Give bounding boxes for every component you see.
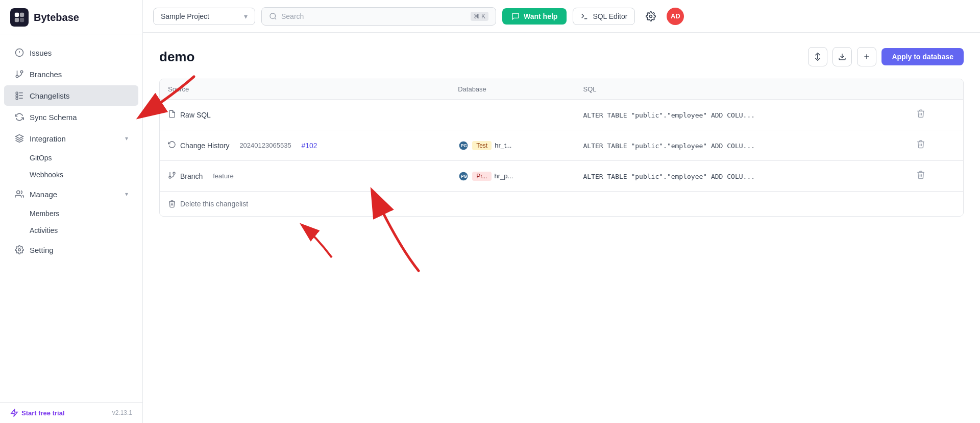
- download-icon: [838, 53, 846, 61]
- env-badge: Pr...: [472, 172, 491, 181]
- sql-cell: ALTER TABLE "public"."employee" ADD COLU…: [575, 161, 904, 192]
- table: Source Database SQL: [160, 79, 963, 191]
- source-cell: Branch feature: [160, 161, 450, 192]
- sql-cell: ALTER TABLE "public"."employee" ADD COLU…: [575, 100, 904, 130]
- project-selector[interactable]: Sample Project ▾: [153, 8, 255, 25]
- sidebar-item-changelists-label: Changelists: [30, 91, 69, 100]
- sidebar-item-branches[interactable]: Branches: [4, 64, 138, 84]
- sidebar-item-integration[interactable]: Integration ▾: [4, 128, 138, 149]
- sidebar-item-activities-label: Activities: [30, 226, 58, 234]
- sidebar-item-integration-label: Integration: [30, 134, 66, 143]
- help-icon: [511, 12, 520, 20]
- table-row: Change History 20240123065535 #102 PG Te…: [160, 130, 963, 161]
- sort-button[interactable]: [808, 47, 827, 66]
- source-link[interactable]: #102: [302, 142, 317, 150]
- delete-row-button[interactable]: [912, 137, 929, 153]
- start-trial-button[interactable]: Start free trial: [10, 409, 65, 417]
- postgres-icon: PG: [458, 171, 469, 182]
- search-placeholder: Search: [281, 12, 467, 20]
- source-label: Branch: [180, 172, 203, 180]
- sidebar-item-activities[interactable]: Activities: [4, 222, 138, 239]
- setting-icon: [14, 245, 24, 255]
- col-sql: SQL: [575, 79, 904, 100]
- svg-text:PG: PG: [461, 143, 467, 148]
- svg-point-16: [17, 191, 20, 194]
- main-content: Sample Project ▾ Search ⌘ K Want help SQ…: [143, 0, 980, 423]
- delete-changelist-label: Delete this changelist: [180, 200, 248, 208]
- sidebar-item-issues-label: Issues: [30, 49, 52, 57]
- svg-rect-1: [20, 13, 24, 17]
- sidebar-item-members[interactable]: Members: [4, 205, 138, 222]
- changelists-icon: [14, 90, 24, 101]
- sidebar-item-manage[interactable]: Manage ▾: [4, 184, 138, 204]
- database-cell: PG Test hr_t...: [450, 130, 575, 161]
- download-button[interactable]: [832, 47, 852, 66]
- integration-icon: [14, 133, 24, 144]
- database-cell: [450, 100, 575, 130]
- svg-point-17: [18, 249, 21, 251]
- col-source: Source: [160, 79, 450, 100]
- source-label: Change History: [180, 142, 230, 150]
- trash-icon: [916, 139, 925, 149]
- sql-text: ALTER TABLE "public"."employee" ADD COLU…: [583, 142, 755, 150]
- sidebar-item-sync-schema[interactable]: Sync Schema: [4, 107, 138, 127]
- sidebar-item-members-label: Members: [30, 209, 59, 218]
- sidebar-item-gitops-label: GitOps: [30, 154, 52, 162]
- table-header-row: Source Database SQL: [160, 79, 963, 100]
- sidebar-item-issues[interactable]: Issues: [4, 42, 138, 63]
- source-cell: Change History 20240123065535 #102: [160, 130, 450, 161]
- sql-text: ALTER TABLE "public"."employee" ADD COLU…: [583, 173, 755, 180]
- terminal-icon: [580, 12, 589, 20]
- sidebar-footer: Start free trial v2.13.1: [0, 402, 142, 423]
- delete-row-button[interactable]: [912, 168, 929, 184]
- manage-icon: [14, 189, 24, 199]
- user-avatar[interactable]: AD: [667, 8, 684, 25]
- trash-icon: [916, 109, 925, 118]
- sql-editor-button[interactable]: SQL Editor: [573, 8, 635, 25]
- sidebar-item-webhooks[interactable]: Webhooks: [4, 167, 138, 183]
- sql-cell: ALTER TABLE "public"."employee" ADD COLU…: [575, 130, 904, 161]
- sort-icon: [814, 53, 822, 61]
- logo-area: Bytebase: [0, 0, 142, 35]
- delete-changelist-button[interactable]: Delete this changelist: [160, 191, 963, 216]
- sidebar-item-setting[interactable]: Setting: [4, 240, 138, 260]
- search-shortcut-key: K: [481, 13, 485, 20]
- db-name: hr_t...: [495, 142, 511, 149]
- sidebar-item-gitops[interactable]: GitOps: [4, 150, 138, 166]
- sidebar-item-changelists[interactable]: Changelists: [4, 85, 138, 106]
- want-help-button[interactable]: Want help: [502, 8, 567, 25]
- sync-schema-icon: [14, 112, 24, 122]
- add-button[interactable]: [857, 47, 876, 66]
- sidebar-item-webhooks-label: Webhooks: [30, 171, 63, 179]
- settings-button[interactable]: [641, 7, 660, 26]
- svg-point-22: [650, 15, 652, 17]
- database-cell: PG Pr... hr_p...: [450, 161, 575, 192]
- page-actions: Apply to database: [808, 47, 964, 66]
- col-database: Database: [450, 79, 575, 100]
- delete-row-button[interactable]: [912, 107, 929, 123]
- plus-icon: [863, 53, 871, 61]
- search-shortcut: ⌘ K: [471, 12, 488, 21]
- version-label: v2.13.1: [112, 409, 132, 416]
- branches-icon: [14, 69, 24, 79]
- branch-icon: [168, 171, 176, 181]
- delete-cell: [904, 161, 963, 192]
- apply-to-database-button[interactable]: Apply to database: [881, 48, 964, 65]
- sidebar-item-manage-label: Manage: [30, 190, 57, 199]
- sidebar-item-setting-label: Setting: [30, 246, 54, 254]
- svg-point-19: [270, 13, 276, 19]
- history-icon: [168, 140, 176, 150]
- search-shortcut-cmd: ⌘: [474, 13, 480, 20]
- svg-marker-18: [11, 409, 17, 416]
- start-trial-label: Start free trial: [21, 409, 65, 417]
- search-bar[interactable]: Search ⌘ K: [261, 7, 496, 26]
- postgres-icon: PG: [458, 140, 469, 151]
- want-help-label: Want help: [524, 12, 557, 20]
- header: Sample Project ▾ Search ⌘ K Want help SQ…: [143, 0, 980, 33]
- table-row: Branch feature PG Pr... hr_p...: [160, 161, 963, 192]
- source-cell: Raw SQL: [160, 100, 450, 130]
- svg-point-33: [173, 172, 175, 174]
- sql-text: ALTER TABLE "public"."employee" ADD COLU…: [583, 111, 755, 119]
- sidebar-item-sync-schema-label: Sync Schema: [30, 113, 77, 122]
- source-id: 20240123065535: [239, 142, 291, 149]
